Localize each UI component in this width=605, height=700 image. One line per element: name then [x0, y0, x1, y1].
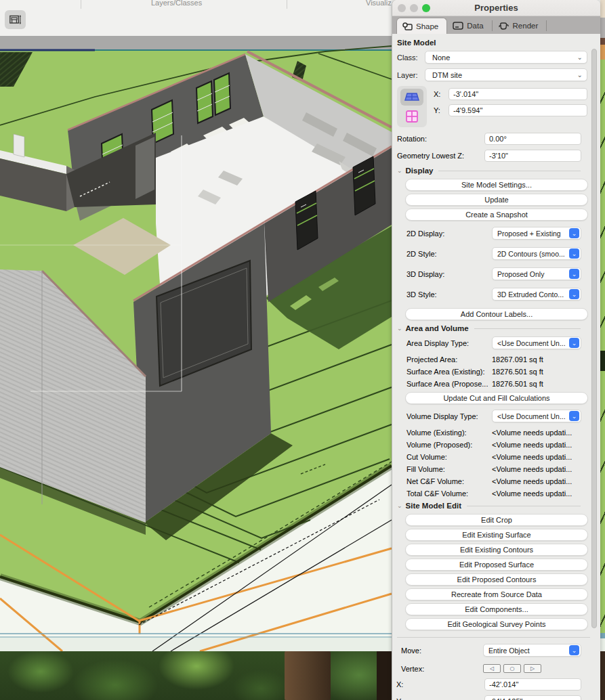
2d-display-label: 2D Display:: [406, 229, 492, 238]
wall-height-icon: [9, 14, 22, 25]
next-vertex-button[interactable]: ▷: [524, 664, 541, 673]
move-label: Move:: [401, 647, 483, 655]
3d-display-dropdown[interactable]: Proposed Only ⌄: [492, 267, 581, 280]
disclosure-chevron-icon: ⌄: [397, 325, 402, 332]
stat-label: Volume (Existing):: [406, 429, 492, 437]
object-type-label: Site Model: [397, 39, 590, 47]
3d-style-label: 3D Style:: [406, 290, 492, 299]
stat-label: Projected Area:: [406, 355, 492, 364]
disclosure-chevron-icon: ⌄: [397, 167, 402, 174]
edit-proposed-contours-button[interactable]: Edit Proposed Contours: [405, 573, 588, 586]
dropdown-value: Proposed + Existing: [493, 229, 569, 238]
surface-area-proposed-row: Surface Area (Propose... 18276.501 sq ft: [406, 380, 581, 388]
previous-vertex-button[interactable]: ◁: [483, 664, 501, 673]
edit-geological-survey-points-button[interactable]: Edit Geological Survey Points: [405, 618, 588, 630]
stat-label: Fill Volume:: [406, 465, 492, 473]
pane-title-visualization: Visualiz: [366, 0, 392, 7]
rotation-field[interactable]: [484, 133, 581, 145]
stat-value: <Volume needs updati...: [492, 477, 581, 485]
stat-label: Cut Volume:: [406, 453, 492, 461]
stat-label: Total C&F Volume:: [406, 489, 492, 498]
separator: [397, 637, 590, 638]
chevron-down-icon: ⌄: [569, 289, 579, 299]
tab-render[interactable]: Render: [493, 18, 547, 34]
vertex-x-field[interactable]: [484, 678, 581, 691]
window-controls: [398, 4, 430, 12]
area-display-type-dropdown[interactable]: <Use Document Un... ⌄: [492, 336, 581, 349]
canvas-strip: [600, 18, 605, 700]
layer-dropdown[interactable]: DTM site ⌄: [425, 68, 587, 81]
dropdown-value: <Use Document Un...: [493, 412, 569, 420]
close-window-button[interactable]: [398, 4, 406, 12]
stat-label: Net C&F Volume:: [406, 477, 492, 485]
dropdown-value: 3D Extruded Conto...: [493, 290, 569, 299]
vertex-label: Vertex:: [401, 665, 483, 673]
layer-label: Layer:: [397, 71, 425, 79]
section-area-and-volume[interactable]: ⌄ Area and Volume: [397, 324, 590, 332]
wall-height-tool-button[interactable]: [5, 10, 26, 29]
vertex-x-label: X:: [396, 680, 484, 688]
tree-trunk: [377, 651, 392, 700]
data-tab-icon: [453, 22, 463, 30]
vertex-y-field[interactable]: [484, 695, 581, 700]
cut-volume-row: Cut Volume: <Volume needs updati...: [406, 453, 581, 461]
class-dropdown[interactable]: None ⌄: [425, 51, 587, 64]
2d-style-dropdown[interactable]: 2D Contours (smoo... ⌄: [492, 247, 581, 260]
palette-title-bar[interactable]: Properties: [392, 0, 600, 16]
tab-label: Data: [467, 22, 483, 30]
edit-existing-surface-button[interactable]: Edit Existing Surface: [405, 529, 588, 541]
section-site-model-edit[interactable]: ⌄ Site Model Edit: [397, 502, 590, 510]
3d-display-label: 3D Display:: [406, 270, 492, 278]
section-title: Area and Volume: [406, 324, 469, 332]
palette-tab-bar: Shape Data Render: [392, 16, 600, 34]
volume-display-type-dropdown[interactable]: <Use Document Un... ⌄: [492, 410, 581, 422]
geometry-lowest-z-field[interactable]: [484, 150, 581, 162]
3d-style-dropdown[interactable]: 3D Extruded Conto... ⌄: [492, 288, 581, 301]
tab-shape[interactable]: Shape: [396, 18, 447, 34]
chevron-down-icon: ⌄: [569, 411, 579, 421]
site-model-settings-button[interactable]: Site Model Settings...: [405, 179, 588, 191]
scrollbar-thumb[interactable]: [591, 49, 597, 628]
2d-grid-icon[interactable]: [400, 108, 423, 125]
edit-existing-contours-button[interactable]: Edit Existing Contours: [405, 544, 588, 556]
edit-components-button[interactable]: Edit Components...: [405, 603, 588, 615]
create-snapshot-button[interactable]: Create a Snapshot: [405, 209, 588, 221]
disclosure-chevron-icon: ⌄: [397, 502, 402, 509]
3d-grid-icon[interactable]: [400, 89, 423, 106]
2d-display-dropdown[interactable]: Proposed + Existing ⌄: [492, 227, 581, 240]
tab-data[interactable]: Data: [447, 18, 491, 34]
update-cut-fill-button[interactable]: Update Cut and Fill Calculations: [405, 392, 588, 404]
shape-tab-icon: [402, 22, 413, 30]
volume-display-type-label: Volume Display Type:: [406, 412, 492, 420]
stat-value: <Volume needs updati...: [492, 453, 581, 461]
fill-volume-row: Fill Volume: <Volume needs updati...: [406, 465, 581, 473]
tree-trunk: [285, 651, 331, 700]
dropdown-value: Entire Object: [484, 647, 569, 655]
volume-existing-row: Volume (Existing): <Volume needs updati.…: [406, 429, 581, 437]
stat-value: 18276.501 sq ft: [492, 380, 581, 388]
palette-scrollbar[interactable]: [590, 41, 598, 696]
recreate-from-source-data-button[interactable]: Recreate from Source Data: [405, 588, 588, 600]
total-cf-volume-row: Total C&F Volume: <Volume needs updati..…: [406, 489, 581, 498]
stat-value: <Volume needs updati...: [492, 465, 581, 473]
edit-crop-button[interactable]: Edit Crop: [405, 514, 588, 526]
stat-value: <Volume needs updati...: [492, 429, 581, 437]
rotation-label: Rotation:: [397, 135, 484, 143]
palette-title: Properties: [474, 3, 518, 13]
section-display[interactable]: ⌄ Display: [397, 167, 590, 175]
add-contour-labels-button[interactable]: Add Contour Labels...: [405, 308, 588, 320]
surface-area-existing-row: Surface Area (Existing): 18276.501 sq ft: [406, 368, 581, 376]
minimize-window-button[interactable]: [410, 4, 418, 12]
chevron-down-icon: ⌄: [569, 338, 579, 348]
vertex-mode-button[interactable]: ○: [503, 664, 521, 673]
net-cf-volume-row: Net C&F Volume: <Volume needs updati...: [406, 477, 581, 485]
x-coordinate-field[interactable]: [448, 88, 587, 100]
wallpaper-corner: [600, 0, 605, 18]
y-coordinate-field[interactable]: [448, 104, 587, 116]
update-button[interactable]: Update: [405, 194, 588, 206]
tab-label: Shape: [416, 22, 438, 30]
edit-proposed-surface-button[interactable]: Edit Proposed Surface: [405, 559, 588, 571]
move-dropdown[interactable]: Entire Object ⌄: [483, 644, 581, 657]
zoom-window-button[interactable]: [422, 4, 430, 12]
coordinate-mode-icons: [397, 86, 427, 127]
